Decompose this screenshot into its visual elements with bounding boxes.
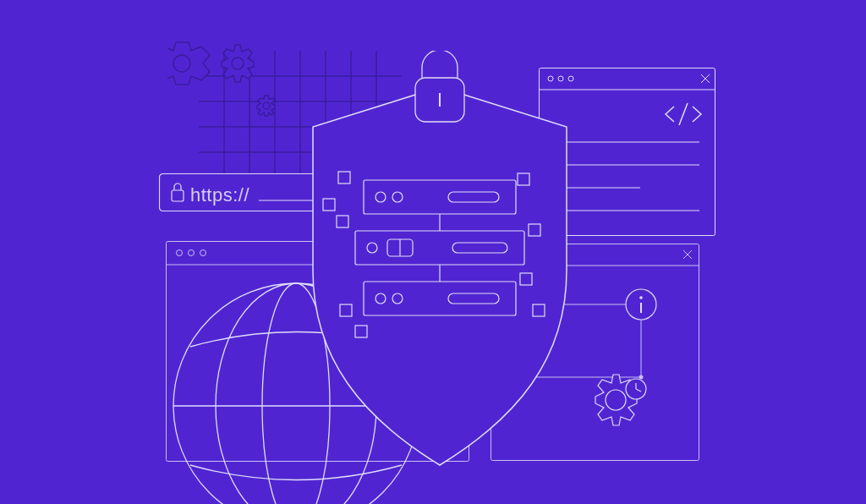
lock-icon <box>410 51 469 127</box>
svg-rect-78 <box>529 224 540 236</box>
svg-rect-76 <box>337 216 348 227</box>
gear-icon <box>167 38 286 140</box>
svg-rect-75 <box>323 199 335 211</box>
svg-rect-59 <box>364 180 516 214</box>
security-illustration: https:// <box>0 0 866 504</box>
clock-icon <box>626 379 646 399</box>
svg-rect-74 <box>338 172 350 184</box>
url-protocol-text: https:// <box>190 184 249 206</box>
svg-rect-77 <box>518 173 529 185</box>
svg-rect-81 <box>340 304 352 316</box>
svg-point-44 <box>639 296 643 299</box>
server-stack <box>321 165 567 351</box>
svg-rect-82 <box>355 326 367 337</box>
info-icon <box>626 289 656 320</box>
svg-rect-79 <box>520 273 532 285</box>
svg-rect-80 <box>533 304 545 316</box>
svg-rect-63 <box>355 231 524 265</box>
svg-rect-68 <box>364 282 516 315</box>
